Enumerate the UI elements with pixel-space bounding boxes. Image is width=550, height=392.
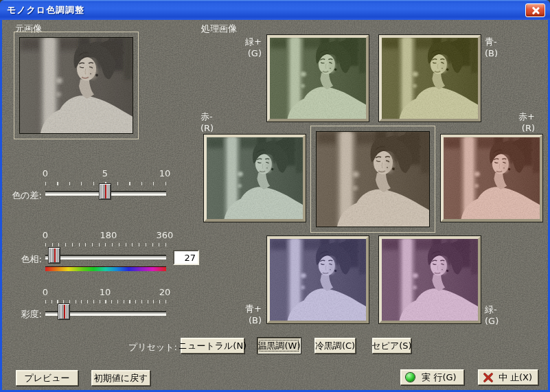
processed-thumb-red-minus[interactable]	[204, 135, 306, 222]
original-image-frame	[14, 32, 139, 139]
hue-gradient-bar	[45, 266, 166, 271]
hue-value-input[interactable]	[173, 250, 199, 265]
dialog-body: 元画像 処理画像	[2, 20, 548, 390]
preset-neutral-button[interactable]: ニュートラル(N)	[181, 338, 244, 354]
label-red-minus: 赤-(R)	[200, 111, 235, 134]
preset-label: プリセット:	[108, 341, 177, 354]
processed-thumb-green-minus[interactable]	[379, 236, 481, 323]
dialog-window: モノクロ色調調整	[0, 0, 550, 392]
label-red-plus: 赤+(R)	[501, 111, 535, 134]
hue-slider-thumb[interactable]	[48, 247, 60, 264]
processed-thumb-blue-minus[interactable]	[379, 35, 481, 122]
execute-green-circle-icon	[406, 373, 415, 382]
colordiff-slider-thumb[interactable]	[99, 183, 111, 200]
preview-button[interactable]: プレビュー	[16, 370, 78, 386]
hue-tick-360: 360	[151, 230, 179, 240]
close-button[interactable]	[525, 3, 545, 17]
label-green-plus: 緑+(G)	[227, 36, 262, 59]
title-bar[interactable]: モノクロ色調調整	[0, 0, 550, 20]
tint-overlay	[270, 38, 366, 119]
processed-panel-label: 処理画像	[201, 23, 237, 35]
hue-tick-0: 0	[32, 230, 59, 240]
tint-overlay	[444, 137, 540, 219]
reset-defaults-button[interactable]: 初期値に戻す	[91, 370, 150, 386]
colordiff-tick-0: 0	[32, 168, 59, 178]
colordiff-label: 色の差:	[3, 189, 42, 202]
cancel-red-x-icon	[483, 373, 493, 382]
processed-thumb-current-preview[interactable]	[310, 126, 435, 233]
hue-slider-track[interactable]	[45, 255, 166, 260]
label-blue-minus: 青-(B)	[485, 36, 519, 59]
hue-tick-180: 180	[95, 230, 122, 240]
processed-thumb-red-plus[interactable]	[441, 135, 542, 222]
cancel-button[interactable]: 中 止(X)	[478, 369, 538, 385]
saturation-tick-10: 10	[91, 287, 119, 297]
saturation-slider-thumb[interactable]	[58, 303, 70, 320]
saturation-label: 彩度:	[3, 308, 42, 321]
tint-overlay	[270, 239, 366, 321]
saturation-tick-0: 0	[32, 287, 59, 297]
processed-thumb-blue-plus[interactable]	[267, 236, 369, 323]
label-green-minus: 緑-(G)	[485, 303, 519, 327]
close-icon	[531, 7, 539, 14]
tint-overlay	[207, 137, 303, 219]
saturation-tick-20: 20	[151, 287, 179, 297]
processed-thumb-green-plus[interactable]	[267, 35, 369, 122]
preset-warm-black-button[interactable]: 温黒調(W)	[257, 338, 301, 354]
tint-overlay	[317, 132, 429, 227]
preset-sepia-button[interactable]: セピア(S)	[372, 338, 411, 354]
window-title: モノクロ色調調整	[7, 4, 84, 16]
original-image	[19, 37, 133, 134]
label-blue-plus: 青+(B)	[227, 303, 262, 326]
preset-cool-black-button[interactable]: 冷黒調(C)	[314, 338, 356, 354]
hue-tickmarks	[45, 243, 167, 246]
colordiff-tick-5: 5	[91, 168, 119, 178]
tint-overlay	[382, 239, 478, 321]
hue-label: 色相:	[3, 253, 42, 266]
colordiff-tick-10: 10	[151, 168, 179, 178]
execute-button[interactable]: 実 行(G)	[400, 369, 464, 385]
tint-overlay	[382, 38, 478, 119]
